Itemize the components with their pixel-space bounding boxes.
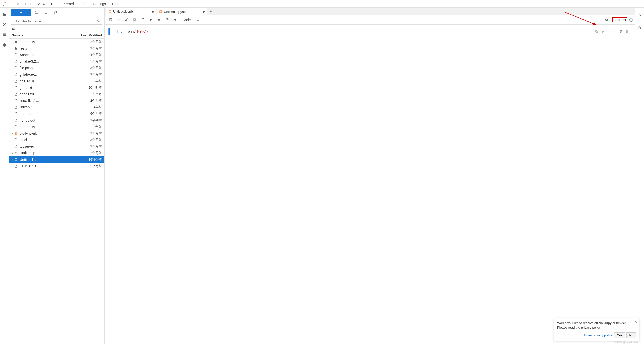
- tabbar: Untitled.ipynbUntitled1.ipynb +: [105, 8, 635, 15]
- file-icon: [14, 112, 18, 116]
- toc-icon[interactable]: [0, 30, 9, 39]
- file-row[interactable]: cmake-3.2...5个月前: [9, 58, 104, 65]
- file-name: linux-5.1.1...: [20, 99, 90, 103]
- no-button[interactable]: No: [626, 332, 636, 338]
- open-privacy-policy-link[interactable]: Open privacy policy: [584, 333, 613, 337]
- svg-rect-12: [15, 133, 17, 133]
- col-name-header[interactable]: Name: [12, 33, 20, 37]
- close-icon[interactable]: ✕: [634, 320, 637, 324]
- yes-button[interactable]: Yes: [614, 332, 625, 338]
- file-row[interactable]: good.txt20小时前: [9, 84, 104, 91]
- stop-icon[interactable]: [155, 16, 163, 24]
- file-row[interactable]: tcpclient3个月前: [9, 137, 104, 143]
- restart-icon[interactable]: [163, 16, 171, 24]
- tab-label: Untitled1.ipynb: [164, 10, 201, 14]
- paste-icon[interactable]: [139, 16, 147, 24]
- col-modified-header[interactable]: Last Modified: [81, 33, 102, 37]
- file-row[interactable]: gitlab-ce-...9个月前: [9, 71, 104, 78]
- kernel-name[interactable]: usertest: [612, 17, 627, 22]
- menu-view[interactable]: View: [34, 1, 48, 7]
- running-icon[interactable]: [0, 20, 9, 29]
- file-name: v1.15.8.1.t...: [20, 164, 90, 168]
- save-icon[interactable]: [107, 16, 114, 24]
- file-row[interactable]: linux-5.1.1...4年前: [9, 104, 104, 110]
- delete-cell-icon[interactable]: [624, 29, 630, 34]
- svg-rect-19: [15, 160, 17, 160]
- file-row[interactable]: linux-5.1.1...2个月前: [9, 97, 104, 104]
- file-row[interactable]: good1.txt上个月: [9, 91, 104, 97]
- file-row[interactable]: ●Untitled1.i...16秒钟前: [9, 156, 104, 163]
- folder-icon: [14, 47, 18, 50]
- svg-line-33: [126, 19, 127, 20]
- notebook-icon: [108, 10, 112, 13]
- svg-rect-24: [160, 11, 161, 11]
- menu-settings[interactable]: Settings: [90, 1, 109, 7]
- file-icon: [14, 73, 18, 76]
- cell-type-select[interactable]: Code ⌄: [181, 17, 200, 22]
- refresh-icon[interactable]: [51, 9, 60, 16]
- upload-icon[interactable]: [42, 9, 50, 16]
- svg-point-48: [639, 14, 639, 14]
- notebook-tab[interactable]: Untitled1.ipynb: [157, 8, 207, 15]
- file-row[interactable]: resty3个月前: [9, 45, 104, 52]
- extensions-icon[interactable]: [0, 40, 9, 49]
- code-cell[interactable]: [ ]: print("Hello"): [108, 28, 631, 35]
- debugger-icon[interactable]: [635, 24, 644, 33]
- copy-icon[interactable]: [131, 16, 138, 24]
- svg-point-0: [7, 2, 7, 3]
- search-icon: [97, 19, 100, 23]
- menu-tabs[interactable]: Tabs: [77, 1, 90, 7]
- breadcrumb[interactable]: /: [9, 26, 104, 32]
- file-modified: 2秒钟前: [90, 118, 102, 123]
- notebook-area: [ ]: print("Hello"): [105, 25, 635, 344]
- filter-files-input[interactable]: [11, 18, 102, 25]
- file-row[interactable]: tcpserver3个月前: [9, 143, 104, 150]
- add-cell-icon[interactable]: [115, 16, 122, 24]
- jupyter-news-notification: ✕ Would you like to receive official Jup…: [554, 318, 639, 341]
- file-row[interactable]: Anaconda...4个月前: [9, 52, 104, 58]
- file-row[interactable]: nohup.out2秒钟前: [9, 117, 104, 124]
- file-row[interactable]: go1.14.10....2年前: [9, 78, 104, 84]
- file-row[interactable]: ●Untitled.ip...2个月前: [9, 150, 104, 156]
- file-icon: [14, 164, 18, 168]
- property-inspector-icon[interactable]: [635, 10, 644, 19]
- notif-line2: Please read the privacy policy.: [557, 326, 601, 329]
- notebook-tab[interactable]: Untitled.ipynb: [106, 8, 156, 15]
- file-row[interactable]: man-page...6个月前: [9, 110, 104, 117]
- new-folder-icon[interactable]: [32, 9, 41, 16]
- file-name: go1.14.10....: [20, 79, 94, 83]
- file-icon: [14, 145, 18, 148]
- file-row[interactable]: openresty...2个月前: [9, 39, 104, 45]
- run-icon[interactable]: [147, 16, 155, 24]
- duplicate-cell-icon[interactable]: [594, 29, 599, 34]
- insert-below-icon[interactable]: [618, 29, 624, 34]
- cut-icon[interactable]: [123, 16, 130, 24]
- file-row[interactable]: v1.15.8.1.t...2个月前: [9, 163, 104, 169]
- new-tab-button[interactable]: +: [207, 8, 214, 15]
- move-down-icon[interactable]: [606, 29, 612, 34]
- menu-help[interactable]: Help: [109, 1, 122, 7]
- file-modified: 5个月前: [90, 59, 102, 64]
- menu-file[interactable]: File: [11, 1, 22, 7]
- kernel-status-idle-icon[interactable]: [629, 18, 633, 22]
- file-row[interactable]: ●plotly.ipynb2个月前: [9, 130, 104, 137]
- svg-rect-41: [596, 31, 597, 32]
- inspector-gear-icon[interactable]: [603, 16, 610, 24]
- move-up-icon[interactable]: [600, 29, 605, 34]
- file-icon: [14, 105, 18, 109]
- menu-edit[interactable]: Edit: [22, 1, 34, 7]
- cell-code-input[interactable]: print("Hello"): [126, 28, 592, 34]
- file-modified: 2个月前: [90, 98, 102, 103]
- new-launcher-button[interactable]: +: [11, 9, 31, 16]
- svg-rect-46: [620, 30, 622, 31]
- files-icon[interactable]: [0, 10, 9, 19]
- menu-kernel[interactable]: Kernel: [60, 1, 77, 7]
- file-row[interactable]: file.pcap3个月前: [9, 65, 104, 71]
- insert-above-icon[interactable]: [612, 29, 618, 34]
- file-row[interactable]: openresty...4年前: [9, 124, 104, 130]
- svg-rect-22: [109, 12, 111, 12]
- menu-run[interactable]: Run: [48, 1, 61, 7]
- file-name: man-page...: [20, 112, 90, 116]
- run-all-icon[interactable]: [171, 16, 179, 24]
- notif-line1: Would you like to receive official Jupyt…: [557, 321, 626, 325]
